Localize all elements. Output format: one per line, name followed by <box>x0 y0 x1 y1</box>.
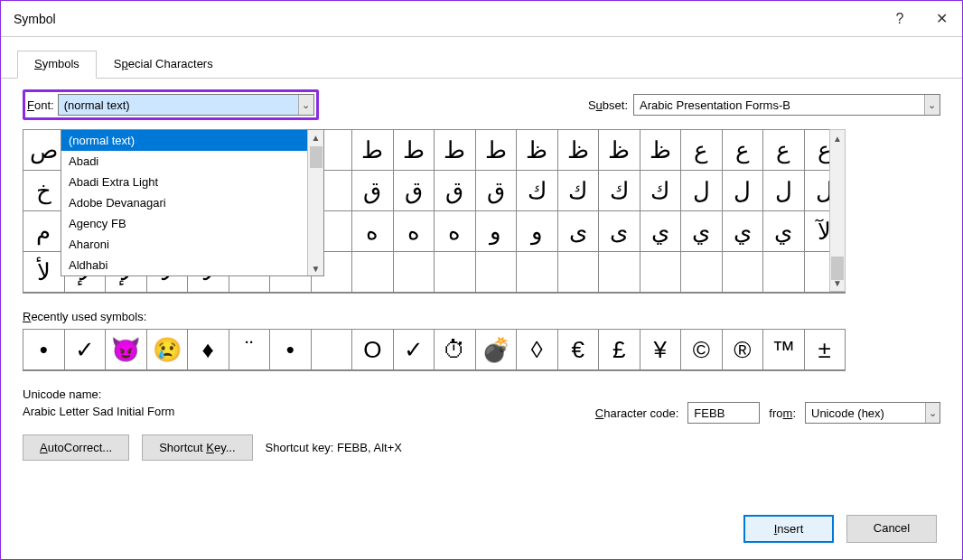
symbol-cell[interactable]: ه <box>434 210 476 252</box>
symbol-cell[interactable]: ص <box>23 129 65 171</box>
chevron-down-icon[interactable]: ⌄ <box>925 403 940 423</box>
symbol-cell[interactable]: ق <box>475 170 518 211</box>
symbol-cell[interactable]: ط <box>434 129 476 171</box>
symbol-cell[interactable]: ي <box>640 210 682 252</box>
recent-symbol-cell[interactable]: 😈 <box>105 329 147 370</box>
symbol-cell[interactable]: ي <box>762 210 805 252</box>
scroll-thumb[interactable] <box>831 257 844 280</box>
font-option[interactable]: (normal text) <box>61 130 307 151</box>
scroll-up-icon[interactable]: ▲ <box>830 130 845 146</box>
scroll-up-icon[interactable]: ▲ <box>312 130 321 145</box>
recent-symbol-cell[interactable]: 💣 <box>475 329 518 370</box>
symbol-cell[interactable]: لأ <box>23 251 65 293</box>
symbol-cell[interactable] <box>475 251 518 293</box>
recent-symbol-cell[interactable]: © <box>680 329 723 370</box>
font-combo[interactable]: ⌄ <box>58 94 314 116</box>
symbol-cell[interactable]: ط <box>351 129 394 171</box>
help-button[interactable]: ? <box>879 1 921 37</box>
symbol-cell[interactable] <box>680 251 723 293</box>
symbol-cell[interactable]: ه <box>393 210 435 252</box>
recent-symbol-cell[interactable] <box>311 329 353 370</box>
symbol-cell[interactable]: ك <box>516 170 558 211</box>
symbol-cell[interactable]: ل <box>762 170 805 211</box>
symbol-cell[interactable]: خ <box>23 170 65 211</box>
recent-symbol-cell[interactable]: ¨ <box>229 329 271 370</box>
symbol-cell[interactable]: ق <box>434 170 476 211</box>
recent-symbol-cell[interactable]: ¥ <box>640 329 682 370</box>
chevron-down-icon[interactable]: ⌄ <box>924 95 940 115</box>
font-input[interactable] <box>59 95 298 115</box>
close-button[interactable]: ✕ <box>921 1 962 37</box>
font-option[interactable]: Agency FB <box>61 213 307 234</box>
subset-combo[interactable]: ⌄ <box>633 94 940 116</box>
symbol-cell[interactable]: ع <box>680 129 723 171</box>
recent-symbol-cell[interactable]: ™ <box>762 329 805 370</box>
from-input[interactable] <box>806 403 925 423</box>
recent-symbol-cell[interactable]: € <box>557 329 600 370</box>
symbol-cell[interactable] <box>640 251 682 293</box>
symbol-cell[interactable]: ق <box>393 170 435 211</box>
charcode-input[interactable]: FEBB <box>687 402 760 424</box>
font-option[interactable]: Aldhabi <box>61 255 307 275</box>
symbol-cell[interactable] <box>598 251 640 293</box>
symbol-cell[interactable]: ق <box>351 170 394 211</box>
recent-symbol-cell[interactable]: ✓ <box>393 329 435 370</box>
symbol-cell[interactable]: ه <box>351 210 394 252</box>
symbol-cell[interactable] <box>393 251 435 293</box>
recent-symbol-cell[interactable]: ✓ <box>64 329 107 370</box>
symbol-cell[interactable]: و <box>475 210 518 252</box>
symbol-cell[interactable]: ظ <box>516 129 558 171</box>
symbol-cell[interactable]: ع <box>722 129 764 171</box>
font-dropdown-scrollbar[interactable]: ▲ ▼ <box>307 130 323 275</box>
autocorrect-button[interactable]: AutoCorrect... <box>23 434 129 461</box>
symbol-cell[interactable]: ى <box>598 210 640 252</box>
font-option[interactable]: Abadi Extra Light <box>61 172 307 192</box>
font-option[interactable]: Abadi <box>61 151 307 172</box>
recent-symbol-cell[interactable]: ♦ <box>187 329 229 370</box>
symbol-cell[interactable]: ظ <box>557 129 600 171</box>
symbol-cell[interactable] <box>722 251 764 293</box>
symbol-cell[interactable]: و <box>516 210 558 252</box>
scroll-track[interactable] <box>310 145 323 261</box>
symbol-cell[interactable]: ظ <box>640 129 682 171</box>
symbol-cell[interactable] <box>557 251 600 293</box>
font-option[interactable]: Aharoni <box>61 234 307 255</box>
chevron-down-icon[interactable]: ⌄ <box>298 95 313 115</box>
symbol-cell[interactable]: م <box>23 210 65 252</box>
symbol-cell[interactable]: ك <box>640 170 682 211</box>
recent-symbol-cell[interactable]: O <box>351 329 394 370</box>
symbol-cell[interactable]: ك <box>598 170 640 211</box>
grid-scrollbar[interactable]: ▲ ▼ <box>829 129 846 292</box>
recent-symbol-cell[interactable]: 😢 <box>146 329 189 370</box>
symbol-cell[interactable]: ط <box>475 129 518 171</box>
symbol-cell[interactable]: ى <box>557 210 600 252</box>
recent-symbol-cell[interactable]: • <box>269 329 312 370</box>
cancel-button[interactable]: Cancel <box>846 515 937 543</box>
scroll-thumb[interactable] <box>310 146 323 168</box>
symbol-cell[interactable]: ع <box>762 129 805 171</box>
symbol-cell[interactable] <box>516 251 558 293</box>
symbol-cell[interactable] <box>762 251 805 293</box>
recent-symbol-cell[interactable]: ⏱ <box>434 329 476 370</box>
scroll-track[interactable] <box>830 146 845 275</box>
symbol-cell[interactable]: ط <box>393 129 435 171</box>
subset-input[interactable] <box>634 95 924 115</box>
scroll-down-icon[interactable]: ▼ <box>312 261 321 275</box>
font-option[interactable]: Adobe Devanagari <box>61 192 307 213</box>
recent-symbol-cell[interactable]: • <box>23 329 65 370</box>
symbol-cell[interactable] <box>351 251 394 293</box>
tab-special-characters[interactable]: Special Characters <box>97 51 230 79</box>
shortcut-key-button[interactable]: Shortcut Key... <box>142 434 252 461</box>
tab-symbols[interactable]: Symbols <box>17 51 97 79</box>
symbol-cell[interactable] <box>434 251 476 293</box>
insert-button[interactable]: Insert <box>743 515 834 543</box>
symbol-cell[interactable]: ظ <box>598 129 640 171</box>
from-combo[interactable]: ⌄ <box>805 402 940 424</box>
symbol-cell[interactable]: ي <box>722 210 764 252</box>
symbol-cell[interactable]: ل <box>722 170 764 211</box>
recent-symbol-cell[interactable]: ± <box>804 329 846 370</box>
recent-symbol-cell[interactable]: ® <box>722 329 764 370</box>
symbol-cell[interactable]: ل <box>680 170 723 211</box>
recent-symbol-cell[interactable]: ◊ <box>516 329 558 370</box>
recent-symbol-cell[interactable]: £ <box>598 329 640 370</box>
